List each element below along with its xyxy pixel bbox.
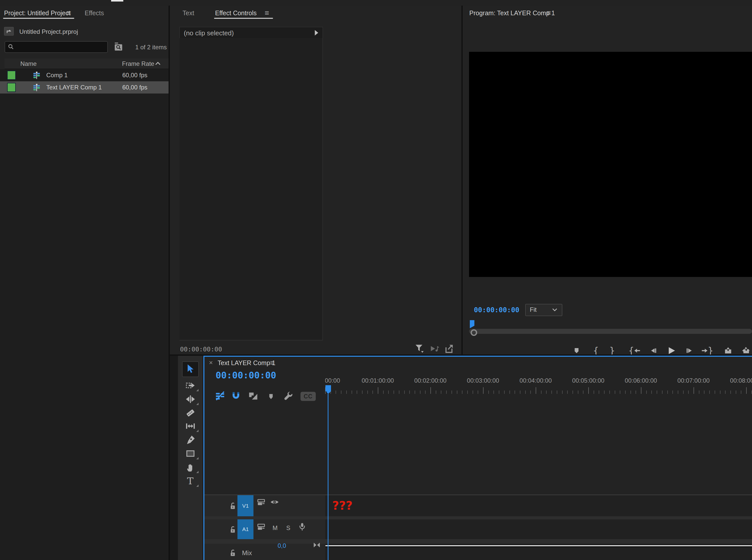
v1-toggle-output-eye-icon[interactable] bbox=[270, 498, 279, 506]
a1-lock-icon[interactable] bbox=[229, 525, 236, 534]
sequence-icon bbox=[33, 83, 41, 92]
tab-project[interactable]: Project: Untitled Project bbox=[4, 9, 71, 17]
program-playhead[interactable] bbox=[469, 320, 475, 328]
track-gap-band[interactable] bbox=[205, 516, 752, 519]
mix-volume-rubber-band[interactable] bbox=[325, 545, 752, 547]
clip-header-bar[interactable]: (no clip selected) bbox=[179, 27, 323, 39]
folder-up-icon[interactable] bbox=[4, 27, 14, 36]
slip-tool[interactable] bbox=[178, 420, 203, 433]
pen-tool[interactable] bbox=[178, 434, 203, 446]
timeline-playhead-line[interactable] bbox=[328, 394, 328, 560]
captions-toggle[interactable]: CC bbox=[301, 392, 316, 401]
add-marker-icon[interactable] bbox=[266, 391, 276, 401]
effect-controls-timecode[interactable]: 00:00:00:00 bbox=[180, 345, 222, 353]
a1-voiceover-mic-icon[interactable] bbox=[298, 522, 306, 532]
project-panel-menu-icon[interactable]: ≡ bbox=[66, 9, 71, 17]
snap-magnet-icon[interactable] bbox=[230, 390, 242, 401]
ruler-label: 00:05:00:00 bbox=[572, 377, 604, 384]
ruler-label: 00:03:00:00 bbox=[467, 377, 499, 384]
tool-flyout-indicator bbox=[196, 457, 198, 459]
label-color-swatch[interactable] bbox=[7, 71, 16, 80]
selection-arrow-icon bbox=[186, 364, 195, 374]
sort-ascending-icon[interactable] bbox=[155, 61, 161, 66]
zoom-level-value: Fit bbox=[530, 306, 537, 313]
item-frame-rate: 60,00 fps bbox=[122, 84, 148, 91]
mix-level-value[interactable]: 0,0 bbox=[277, 542, 286, 549]
disclosure-triangle-icon[interactable] bbox=[314, 30, 319, 36]
find-bin-icon[interactable] bbox=[114, 42, 123, 51]
tab-effect-controls[interactable]: Effect Controls bbox=[215, 9, 257, 17]
sequence-icon bbox=[33, 71, 41, 79]
go-to-in-brace: { bbox=[629, 346, 634, 355]
rectangle-tool[interactable] bbox=[178, 447, 203, 460]
timeline-ruler[interactable]: 00:00:00:00 00:01:00:00 00:02:00:00 00:0… bbox=[325, 374, 752, 394]
column-name[interactable]: Name bbox=[20, 60, 37, 67]
a1-mute-button[interactable]: M bbox=[272, 524, 277, 532]
effects-list-area bbox=[179, 38, 323, 340]
effect-controls-menu-icon[interactable]: ≡ bbox=[265, 9, 269, 17]
v1-lock-icon[interactable] bbox=[229, 502, 236, 510]
tab-text[interactable]: Text bbox=[182, 9, 194, 17]
ruler-label: 00:02:00:00 bbox=[414, 377, 447, 384]
program-scrollbar-handle[interactable] bbox=[470, 329, 477, 336]
mix-keyframe-navigator-icon[interactable] bbox=[313, 542, 321, 548]
program-video-frame bbox=[469, 52, 752, 277]
ruler-label: 00:00:00:00 bbox=[325, 377, 340, 384]
hand-tool[interactable] bbox=[178, 461, 203, 474]
timeline-panel-menu-icon[interactable]: ≡ bbox=[270, 359, 274, 367]
zoom-level-select[interactable]: Fit bbox=[525, 304, 562, 316]
program-panel-menu-icon[interactable]: ≡ bbox=[546, 9, 551, 17]
timeline-close-icon[interactable]: × bbox=[209, 359, 213, 367]
type-tool-glyph: T bbox=[187, 476, 193, 486]
mix-label: Mix bbox=[242, 549, 252, 557]
timeline-timecode[interactable]: 00:00:00:00 bbox=[216, 370, 276, 380]
v1-track-content[interactable] bbox=[325, 495, 752, 516]
arrow-left-icon bbox=[634, 347, 641, 354]
mark-out-glyph: } bbox=[610, 346, 615, 355]
go-to-out-brace: } bbox=[708, 346, 714, 355]
timeline-playhead-head[interactable] bbox=[325, 385, 331, 394]
timeline-ruler-ticks bbox=[325, 386, 752, 394]
search-input[interactable] bbox=[4, 41, 108, 53]
a1-sync-lock-icon[interactable] bbox=[257, 523, 266, 531]
a1-solo-button[interactable]: S bbox=[286, 524, 290, 532]
track-select-forward-tool[interactable] bbox=[178, 379, 203, 392]
audio-track-mix: Mix 0,0 bbox=[205, 544, 752, 560]
ruler-label: 00:04:00:00 bbox=[520, 377, 552, 384]
a1-source-patch[interactable]: A1 bbox=[237, 519, 253, 539]
ruler-label: 00:08:00:00 bbox=[730, 377, 752, 384]
tab-timeline-sequence[interactable]: Text LAYER Comp 1 bbox=[218, 359, 275, 367]
tools-panel: T bbox=[178, 356, 203, 560]
a1-track-content[interactable] bbox=[325, 519, 752, 539]
ruler-label: 00:01:00:00 bbox=[362, 377, 394, 384]
breadcrumb[interactable]: Untitled Project.prproj bbox=[19, 28, 78, 35]
captions-label: CC bbox=[304, 393, 312, 400]
label-color-swatch[interactable] bbox=[7, 83, 16, 92]
play-audio-only-icon[interactable] bbox=[429, 343, 440, 354]
mix-lock-icon[interactable] bbox=[229, 549, 236, 557]
column-frame-rate[interactable]: Frame Rate bbox=[122, 60, 154, 67]
export-frame-icon[interactable] bbox=[443, 343, 455, 354]
program-scrollbar[interactable] bbox=[469, 329, 752, 334]
selection-tool[interactable] bbox=[178, 361, 203, 377]
tab-effects[interactable]: Effects bbox=[85, 9, 104, 17]
track-gap-band[interactable] bbox=[205, 539, 752, 544]
v1-source-patch[interactable]: V1 bbox=[237, 495, 253, 516]
arrow-right-icon bbox=[701, 347, 708, 354]
nest-sequences-toggle-icon[interactable] bbox=[215, 390, 226, 401]
item-name: Text LAYER Comp 1 bbox=[46, 84, 102, 91]
timeline-settings-wrench-icon[interactable] bbox=[283, 390, 294, 401]
v1-sync-lock-icon[interactable] bbox=[257, 498, 266, 506]
table-row[interactable]: Comp 1 60,00 fps bbox=[0, 69, 169, 81]
razor-tool[interactable] bbox=[178, 406, 203, 419]
type-tool[interactable]: T bbox=[178, 475, 203, 487]
filter-properties-icon[interactable] bbox=[413, 342, 425, 354]
ripple-edit-tool[interactable] bbox=[178, 393, 203, 405]
tab-program[interactable]: Program: Text LAYER Comp 1 bbox=[469, 9, 555, 17]
project-list-area bbox=[0, 69, 169, 560]
linked-selection-icon[interactable] bbox=[247, 390, 259, 401]
program-timecode[interactable]: 00:00:00:00 bbox=[474, 306, 519, 314]
program-monitor-panel: Program: Text LAYER Comp 1 ≡ 00:00:00:00… bbox=[463, 5, 752, 355]
table-row-selected[interactable]: Text LAYER Comp 1 60,00 fps bbox=[0, 81, 169, 94]
ruler-label: 00:07:00:00 bbox=[677, 377, 710, 384]
